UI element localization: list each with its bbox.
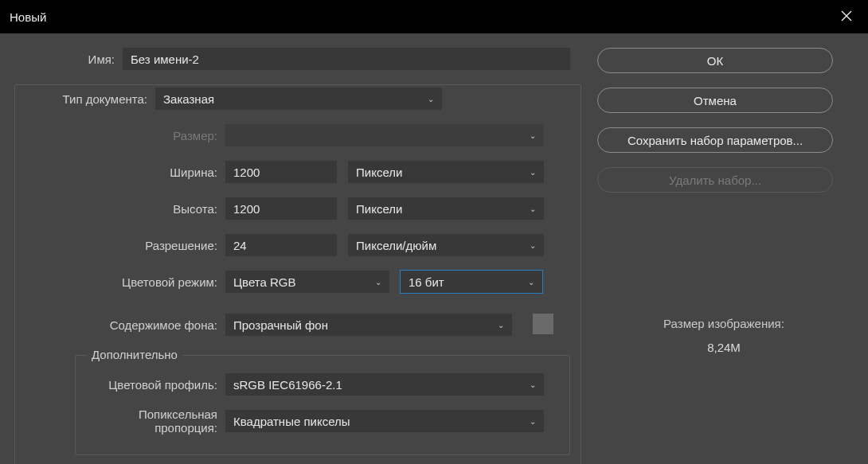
name-input[interactable] — [123, 48, 570, 70]
chevron-down-icon: ⌄ — [428, 95, 434, 103]
height-unit-select[interactable]: Пиксели ⌄ — [348, 197, 544, 220]
window-title: Новый — [10, 10, 46, 24]
image-size-info: Размер изображения: 8,24M — [597, 312, 850, 360]
chevron-down-icon: ⌄ — [530, 417, 536, 426]
background-color-swatch[interactable] — [533, 314, 553, 334]
doctype-label: Тип документа: — [14, 92, 155, 106]
chevron-down-icon: ⌄ — [530, 241, 536, 250]
size-select[interactable]: ⌄ — [225, 124, 544, 146]
width-label: Ширина: — [14, 166, 225, 179]
bit-depth-select[interactable]: 16 бит ⌄ — [401, 271, 542, 293]
resolution-unit-value: Пиксели/дюйм — [356, 239, 436, 252]
image-size-value: 8,24M — [597, 336, 850, 360]
advanced-legend: Дополнительно — [87, 348, 182, 361]
chevron-down-icon: ⌄ — [528, 278, 534, 287]
color-mode-value: Цвета RGB — [233, 275, 295, 289]
size-label: Размер: — [14, 129, 225, 142]
titlebar: Новый — [0, 0, 868, 33]
resolution-unit-select[interactable]: Пиксели/дюйм ⌄ — [348, 234, 544, 256]
height-unit-value: Пиксели — [356, 202, 402, 216]
name-label: Имя: — [14, 53, 123, 66]
save-preset-button[interactable]: Сохранить набор параметров... — [597, 127, 833, 153]
pixel-aspect-value: Квадратные пикселы — [233, 415, 350, 428]
resolution-label: Разрешение: — [14, 239, 225, 252]
resolution-input[interactable] — [225, 234, 337, 256]
background-value: Прозрачный фон — [233, 318, 328, 332]
close-icon[interactable] — [835, 6, 858, 29]
chevron-down-icon: ⌄ — [530, 205, 536, 213]
chevron-down-icon: ⌄ — [530, 131, 536, 140]
doctype-select[interactable]: Заказная ⌄ — [155, 88, 442, 110]
color-profile-value: sRGB IEC61966-2.1 — [233, 378, 342, 392]
delete-preset-button: Удалить набор... — [597, 167, 833, 193]
chevron-down-icon: ⌄ — [530, 380, 536, 389]
ok-button[interactable]: ОК — [597, 48, 833, 73]
color-profile-label: Цветовой профиль: — [76, 378, 225, 392]
width-unit-value: Пиксели — [356, 166, 402, 179]
background-label: Содержимое фона: — [14, 318, 225, 332]
chevron-down-icon: ⌄ — [375, 278, 381, 287]
background-select[interactable]: Прозрачный фон ⌄ — [225, 314, 512, 336]
height-input[interactable] — [225, 197, 337, 220]
chevron-down-icon: ⌄ — [530, 168, 536, 177]
color-mode-select[interactable]: Цвета RGB ⌄ — [225, 271, 389, 293]
cancel-button[interactable]: Отмена — [597, 88, 833, 113]
doctype-value: Заказная — [163, 92, 214, 106]
width-input[interactable] — [225, 161, 337, 183]
chevron-down-icon: ⌄ — [498, 321, 504, 329]
bit-depth-value: 16 бит — [409, 275, 444, 289]
width-unit-select[interactable]: Пиксели ⌄ — [348, 161, 544, 183]
pixel-aspect-label: Попиксельная пропорция: — [76, 407, 225, 435]
pixel-aspect-select[interactable]: Квадратные пикселы ⌄ — [225, 410, 544, 432]
height-label: Высота: — [14, 202, 225, 216]
color-profile-select[interactable]: sRGB IEC61966-2.1 ⌄ — [225, 373, 544, 396]
image-size-label: Размер изображения: — [597, 312, 850, 336]
color-mode-label: Цветовой режим: — [14, 275, 225, 289]
advanced-fieldset: Дополнительно Цветовой профиль: sRGB IEC… — [75, 355, 570, 455]
